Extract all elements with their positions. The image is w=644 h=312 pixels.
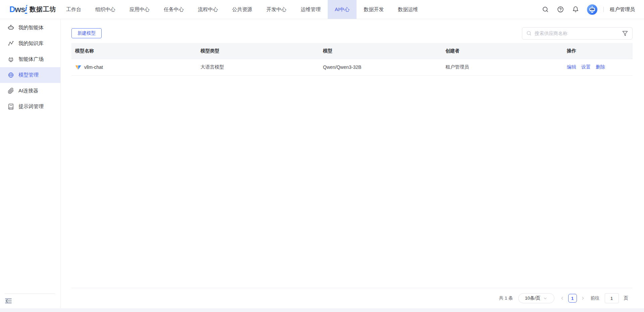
logo-letter-d: D (9, 5, 15, 14)
page-unit-label: 页 (624, 295, 629, 301)
model-name: vllm-chat (84, 64, 103, 70)
pagination: 共 1 条 10条/页 1 (71, 288, 633, 308)
delete-link[interactable]: 删除 (596, 64, 605, 70)
nav-item-ai-center[interactable]: AI中心 (328, 0, 357, 19)
toolbar: 新建模型 (71, 27, 633, 40)
sidebar-item-model-management[interactable]: 模型管理 (0, 67, 60, 83)
sidebar-item-label: 智能体广场 (18, 56, 44, 62)
model-type-cell: 大语言模型 (197, 64, 319, 70)
models-table: 模型名称 模型类型 模型 创建者 操作 vllm-chat 大语言模型 (71, 43, 633, 76)
next-page-icon[interactable] (580, 296, 586, 301)
column-header-creator: 创建者 (442, 48, 563, 54)
robot-icon (8, 25, 14, 31)
filter-icon[interactable] (622, 30, 628, 37)
table-row: vllm-chat 大语言模型 Qwen/Qwen3-32B 租户管理员 编辑 … (71, 59, 633, 76)
paperclip-icon (8, 88, 14, 94)
sidebar-item-my-knowledge[interactable]: 我的知识库 (0, 36, 60, 51)
app-logo[interactable]: D ws i 数据工坊 (0, 0, 59, 19)
sidebar-item-label: 提示词管理 (18, 103, 44, 110)
search-icon[interactable] (542, 6, 549, 13)
nav-item-data-dev[interactable]: 数据开发 (357, 0, 391, 19)
sidebar-item-my-agents[interactable]: 我的智能体 (0, 20, 60, 36)
column-header-model-type: 模型类型 (197, 48, 319, 54)
new-model-button[interactable]: 新建模型 (71, 28, 102, 38)
nav-item-org-center[interactable]: 组织中心 (88, 0, 122, 19)
vendor-search-box (522, 27, 633, 40)
sidebar-item-ai-connector[interactable]: AI连接器 (0, 83, 60, 99)
main-content: 新建模型 模型名称 模型类型 模型 (61, 19, 644, 308)
column-header-model: 模型 (319, 48, 442, 54)
sidebar-item-label: 模型管理 (18, 72, 39, 78)
sidebar-item-label: 我的知识库 (18, 40, 44, 47)
help-icon[interactable] (557, 6, 564, 13)
table-empty-area (71, 76, 633, 288)
sidebar-item-prompt-management[interactable]: 提示词管理 (0, 99, 60, 115)
collapse-sidebar-icon[interactable] (5, 298, 12, 304)
globe-icon (8, 72, 14, 78)
nav-item-public-resources[interactable]: 公共资源 (225, 0, 259, 19)
bell-icon[interactable] (572, 6, 579, 13)
vendor-search-input[interactable] (535, 31, 619, 36)
model-name-cell: vllm-chat (71, 64, 197, 71)
column-header-model-name: 模型名称 (71, 48, 197, 54)
nav-item-dev-center[interactable]: 开发中心 (259, 0, 293, 19)
prev-page-icon[interactable] (559, 296, 565, 301)
page-number-button[interactable]: 1 (568, 294, 577, 303)
search-icon (526, 31, 532, 36)
top-header: D ws i 数据工坊 工作台 组织中心 应用中心 任务中心 流程中心 公共资源… (0, 0, 644, 19)
goto-page-input[interactable] (605, 293, 619, 303)
logo-letter-i: i (25, 5, 27, 14)
column-header-actions: 操作 (563, 48, 633, 54)
knowledge-graph-icon (8, 40, 14, 47)
robot-square-icon (8, 56, 14, 62)
body: 我的智能体 我的知识库 (0, 19, 644, 308)
nav-item-app-center[interactable]: 应用中心 (122, 0, 157, 19)
nav-item-ops-management[interactable]: 运维管理 (293, 0, 328, 19)
nav-item-workbench[interactable]: 工作台 (59, 0, 88, 19)
page-size-value: 10条/页 (525, 295, 540, 301)
sidebar-item-agent-plaza[interactable]: 智能体广场 (0, 51, 60, 67)
sidebar-item-label: AI连接器 (18, 88, 38, 94)
nav-item-flow-center[interactable]: 流程中心 (191, 0, 225, 19)
pager: 1 (559, 294, 586, 303)
chevron-down-icon (543, 296, 547, 301)
nav-item-task-center[interactable]: 任务中心 (157, 0, 191, 19)
settings-link[interactable]: 设置 (581, 64, 591, 70)
header-divider (603, 7, 604, 12)
bottom-strip (0, 308, 644, 312)
nav-item-data-ops[interactable]: 数据运维 (391, 0, 425, 19)
vllm-logo-icon (75, 64, 82, 71)
notebook-icon (8, 103, 14, 110)
top-nav: 工作台 组织中心 应用中心 任务中心 流程中心 公共资源 开发中心 运维管理 A… (59, 0, 425, 19)
table-header-row: 模型名称 模型类型 模型 创建者 操作 (71, 43, 633, 59)
sidebar-footer-divider (5, 294, 55, 294)
sidebar: 我的智能体 我的知识库 (0, 19, 61, 308)
actions-cell: 编辑 设置 删除 (563, 64, 633, 70)
total-count-label: 共 1 条 (499, 295, 513, 301)
page: D ws i 数据工坊 工作台 组织中心 应用中心 任务中心 流程中心 公共资源… (0, 0, 644, 312)
user-name[interactable]: 租户管理员 (610, 6, 635, 13)
model-cell: Qwen/Qwen3-32B (319, 64, 442, 70)
robot-avatar[interactable] (587, 4, 597, 15)
goto-label: 前往 (591, 295, 600, 301)
edit-link[interactable]: 编辑 (567, 64, 576, 70)
sidebar-item-label: 我的智能体 (18, 25, 44, 31)
creator-cell: 租户管理员 (442, 64, 563, 70)
header-right: 租户管理员 (542, 0, 644, 19)
logo-app-name: 数据工坊 (30, 5, 56, 14)
page-size-select[interactable]: 10条/页 (518, 293, 554, 303)
logo-letters-ws: ws (15, 5, 25, 14)
